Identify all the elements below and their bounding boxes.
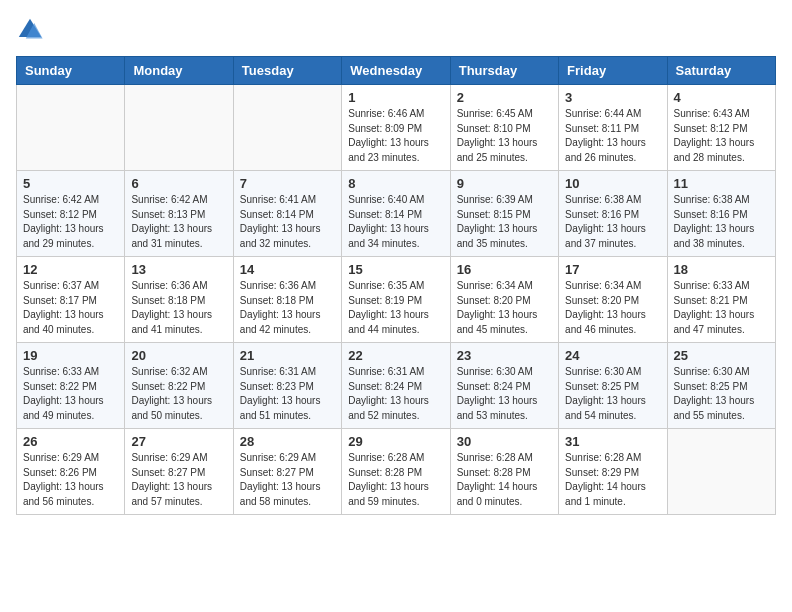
logo [16, 16, 48, 44]
day-info: Sunrise: 6:36 AM Sunset: 8:18 PM Dayligh… [240, 279, 335, 337]
calendar-cell: 7Sunrise: 6:41 AM Sunset: 8:14 PM Daylig… [233, 171, 341, 257]
day-info: Sunrise: 6:28 AM Sunset: 8:28 PM Dayligh… [348, 451, 443, 509]
day-number: 23 [457, 348, 552, 363]
day-number: 24 [565, 348, 660, 363]
calendar-week-2: 5Sunrise: 6:42 AM Sunset: 8:12 PM Daylig… [17, 171, 776, 257]
calendar-cell: 16Sunrise: 6:34 AM Sunset: 8:20 PM Dayli… [450, 257, 558, 343]
day-number: 11 [674, 176, 769, 191]
column-header-tuesday: Tuesday [233, 57, 341, 85]
day-info: Sunrise: 6:33 AM Sunset: 8:22 PM Dayligh… [23, 365, 118, 423]
day-number: 31 [565, 434, 660, 449]
column-header-monday: Monday [125, 57, 233, 85]
calendar-cell [667, 429, 775, 515]
day-number: 7 [240, 176, 335, 191]
day-info: Sunrise: 6:29 AM Sunset: 8:27 PM Dayligh… [240, 451, 335, 509]
day-info: Sunrise: 6:32 AM Sunset: 8:22 PM Dayligh… [131, 365, 226, 423]
day-info: Sunrise: 6:31 AM Sunset: 8:24 PM Dayligh… [348, 365, 443, 423]
day-number: 30 [457, 434, 552, 449]
day-info: Sunrise: 6:40 AM Sunset: 8:14 PM Dayligh… [348, 193, 443, 251]
day-number: 22 [348, 348, 443, 363]
calendar-cell [17, 85, 125, 171]
day-number: 12 [23, 262, 118, 277]
calendar-cell: 14Sunrise: 6:36 AM Sunset: 8:18 PM Dayli… [233, 257, 341, 343]
column-header-wednesday: Wednesday [342, 57, 450, 85]
day-number: 26 [23, 434, 118, 449]
calendar-cell: 30Sunrise: 6:28 AM Sunset: 8:28 PM Dayli… [450, 429, 558, 515]
day-number: 1 [348, 90, 443, 105]
day-info: Sunrise: 6:46 AM Sunset: 8:09 PM Dayligh… [348, 107, 443, 165]
page-header [16, 16, 776, 44]
day-info: Sunrise: 6:33 AM Sunset: 8:21 PM Dayligh… [674, 279, 769, 337]
day-info: Sunrise: 6:41 AM Sunset: 8:14 PM Dayligh… [240, 193, 335, 251]
day-info: Sunrise: 6:30 AM Sunset: 8:25 PM Dayligh… [674, 365, 769, 423]
day-info: Sunrise: 6:37 AM Sunset: 8:17 PM Dayligh… [23, 279, 118, 337]
day-number: 14 [240, 262, 335, 277]
calendar-cell: 23Sunrise: 6:30 AM Sunset: 8:24 PM Dayli… [450, 343, 558, 429]
calendar-week-1: 1Sunrise: 6:46 AM Sunset: 8:09 PM Daylig… [17, 85, 776, 171]
day-number: 19 [23, 348, 118, 363]
logo-icon [16, 16, 44, 44]
calendar-cell: 8Sunrise: 6:40 AM Sunset: 8:14 PM Daylig… [342, 171, 450, 257]
calendar-cell: 11Sunrise: 6:38 AM Sunset: 8:16 PM Dayli… [667, 171, 775, 257]
day-info: Sunrise: 6:35 AM Sunset: 8:19 PM Dayligh… [348, 279, 443, 337]
day-number: 29 [348, 434, 443, 449]
day-number: 15 [348, 262, 443, 277]
calendar-cell: 25Sunrise: 6:30 AM Sunset: 8:25 PM Dayli… [667, 343, 775, 429]
calendar-cell: 15Sunrise: 6:35 AM Sunset: 8:19 PM Dayli… [342, 257, 450, 343]
column-header-friday: Friday [559, 57, 667, 85]
day-info: Sunrise: 6:29 AM Sunset: 8:26 PM Dayligh… [23, 451, 118, 509]
calendar-cell: 22Sunrise: 6:31 AM Sunset: 8:24 PM Dayli… [342, 343, 450, 429]
day-number: 28 [240, 434, 335, 449]
day-info: Sunrise: 6:28 AM Sunset: 8:29 PM Dayligh… [565, 451, 660, 509]
calendar-cell: 17Sunrise: 6:34 AM Sunset: 8:20 PM Dayli… [559, 257, 667, 343]
calendar-cell: 29Sunrise: 6:28 AM Sunset: 8:28 PM Dayli… [342, 429, 450, 515]
day-info: Sunrise: 6:30 AM Sunset: 8:24 PM Dayligh… [457, 365, 552, 423]
calendar-cell: 3Sunrise: 6:44 AM Sunset: 8:11 PM Daylig… [559, 85, 667, 171]
day-info: Sunrise: 6:29 AM Sunset: 8:27 PM Dayligh… [131, 451, 226, 509]
calendar-cell: 13Sunrise: 6:36 AM Sunset: 8:18 PM Dayli… [125, 257, 233, 343]
day-info: Sunrise: 6:36 AM Sunset: 8:18 PM Dayligh… [131, 279, 226, 337]
calendar-week-4: 19Sunrise: 6:33 AM Sunset: 8:22 PM Dayli… [17, 343, 776, 429]
day-number: 6 [131, 176, 226, 191]
day-number: 5 [23, 176, 118, 191]
column-header-saturday: Saturday [667, 57, 775, 85]
day-number: 20 [131, 348, 226, 363]
column-header-sunday: Sunday [17, 57, 125, 85]
calendar-week-5: 26Sunrise: 6:29 AM Sunset: 8:26 PM Dayli… [17, 429, 776, 515]
day-info: Sunrise: 6:42 AM Sunset: 8:13 PM Dayligh… [131, 193, 226, 251]
day-info: Sunrise: 6:38 AM Sunset: 8:16 PM Dayligh… [565, 193, 660, 251]
column-header-thursday: Thursday [450, 57, 558, 85]
day-number: 10 [565, 176, 660, 191]
calendar-table: SundayMondayTuesdayWednesdayThursdayFrid… [16, 56, 776, 515]
calendar-cell: 1Sunrise: 6:46 AM Sunset: 8:09 PM Daylig… [342, 85, 450, 171]
calendar-cell: 21Sunrise: 6:31 AM Sunset: 8:23 PM Dayli… [233, 343, 341, 429]
day-number: 16 [457, 262, 552, 277]
day-info: Sunrise: 6:44 AM Sunset: 8:11 PM Dayligh… [565, 107, 660, 165]
day-info: Sunrise: 6:28 AM Sunset: 8:28 PM Dayligh… [457, 451, 552, 509]
day-info: Sunrise: 6:30 AM Sunset: 8:25 PM Dayligh… [565, 365, 660, 423]
day-number: 2 [457, 90, 552, 105]
day-number: 8 [348, 176, 443, 191]
day-number: 9 [457, 176, 552, 191]
calendar-cell: 28Sunrise: 6:29 AM Sunset: 8:27 PM Dayli… [233, 429, 341, 515]
day-number: 21 [240, 348, 335, 363]
day-info: Sunrise: 6:45 AM Sunset: 8:10 PM Dayligh… [457, 107, 552, 165]
day-number: 3 [565, 90, 660, 105]
calendar-cell: 6Sunrise: 6:42 AM Sunset: 8:13 PM Daylig… [125, 171, 233, 257]
calendar-cell: 20Sunrise: 6:32 AM Sunset: 8:22 PM Dayli… [125, 343, 233, 429]
calendar-cell: 27Sunrise: 6:29 AM Sunset: 8:27 PM Dayli… [125, 429, 233, 515]
day-info: Sunrise: 6:34 AM Sunset: 8:20 PM Dayligh… [565, 279, 660, 337]
day-number: 27 [131, 434, 226, 449]
day-info: Sunrise: 6:38 AM Sunset: 8:16 PM Dayligh… [674, 193, 769, 251]
day-number: 13 [131, 262, 226, 277]
calendar-cell [125, 85, 233, 171]
calendar-cell: 18Sunrise: 6:33 AM Sunset: 8:21 PM Dayli… [667, 257, 775, 343]
calendar-cell: 10Sunrise: 6:38 AM Sunset: 8:16 PM Dayli… [559, 171, 667, 257]
calendar-cell: 4Sunrise: 6:43 AM Sunset: 8:12 PM Daylig… [667, 85, 775, 171]
calendar-cell [233, 85, 341, 171]
day-info: Sunrise: 6:31 AM Sunset: 8:23 PM Dayligh… [240, 365, 335, 423]
day-number: 18 [674, 262, 769, 277]
day-number: 17 [565, 262, 660, 277]
calendar-cell: 5Sunrise: 6:42 AM Sunset: 8:12 PM Daylig… [17, 171, 125, 257]
day-number: 4 [674, 90, 769, 105]
